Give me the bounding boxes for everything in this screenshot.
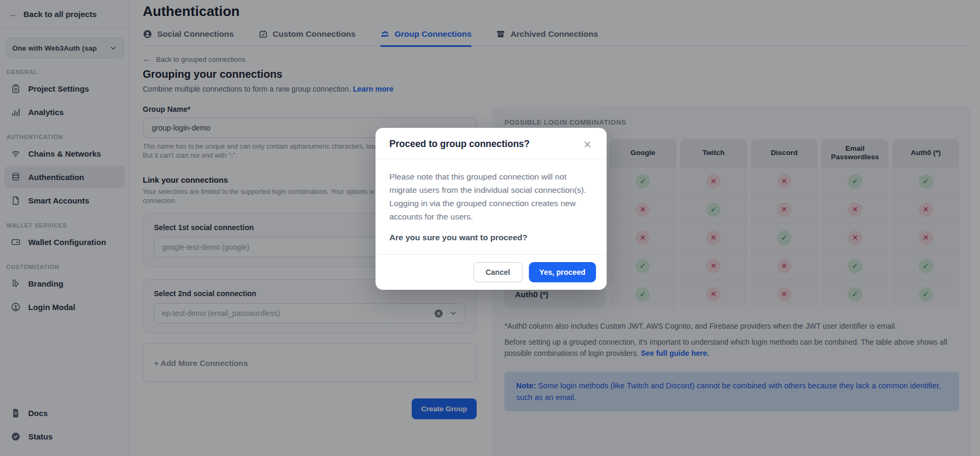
modal-footer: Cancel Yes, proceed	[375, 254, 607, 290]
proceed-modal: Proceed to group connections? ✕ Please n…	[375, 128, 607, 290]
modal-question: Are you sure you want to proceed?	[375, 223, 607, 254]
cancel-button[interactable]: Cancel	[473, 262, 522, 282]
app-root: ← Back to all projects One with Web3Auth…	[0, 0, 980, 456]
close-icon[interactable]: ✕	[582, 139, 593, 151]
modal-body-text: Please note that this grouped connection…	[375, 159, 607, 223]
modal-header: Proceed to group connections? ✕	[375, 128, 607, 159]
yes-proceed-button[interactable]: Yes, proceed	[529, 262, 596, 282]
modal-title: Proceed to group connections?	[389, 139, 530, 150]
